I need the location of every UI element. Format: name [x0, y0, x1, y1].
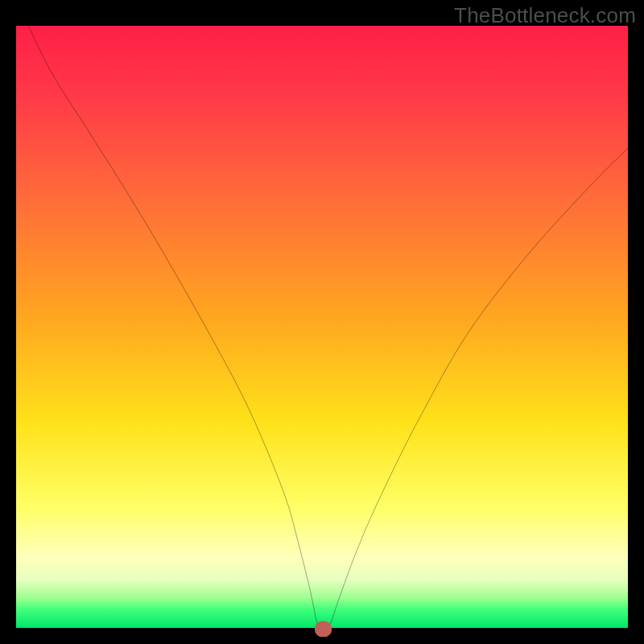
plot-area — [16, 26, 628, 628]
optimal-marker — [16, 26, 628, 638]
svg-rect-0 — [318, 624, 329, 634]
chart-frame: TheBottleneck.com — [0, 0, 644, 644]
watermark-text: TheBottleneck.com — [454, 3, 636, 28]
